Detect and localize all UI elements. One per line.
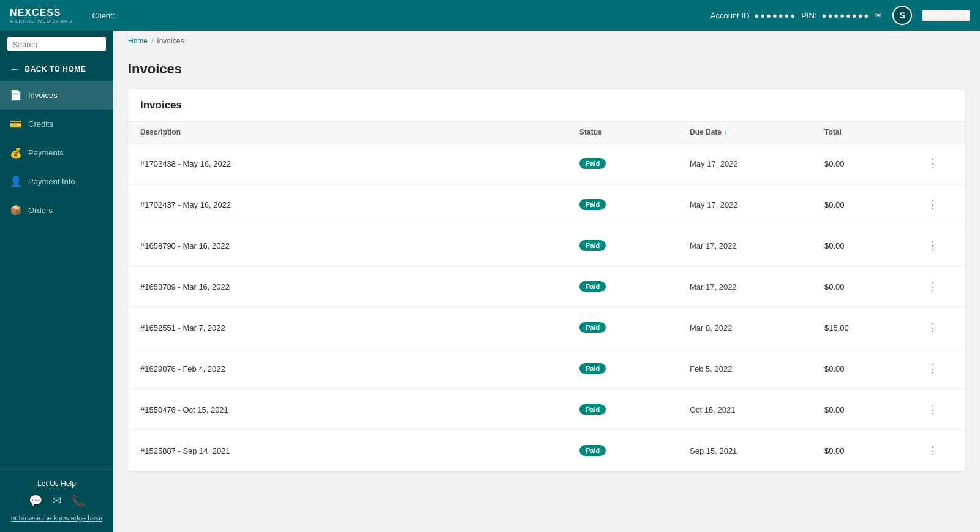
invoice-total: $0.00 — [824, 446, 922, 455]
sidebar-item-payment-info[interactable]: 👤 Payment Info — [0, 167, 113, 196]
invoice-actions: ⋮ — [922, 236, 953, 255]
back-label: BACK TO HOME — [25, 65, 86, 73]
chat-icon[interactable]: 💬 — [29, 494, 42, 508]
invoice-actions: ⋮ — [922, 359, 953, 378]
header-actions — [922, 128, 953, 137]
toggle-visibility-icon[interactable]: 👁 — [875, 11, 883, 20]
search-container: 🔍 — [0, 31, 113, 58]
credit-icon: 💳 — [10, 118, 22, 130]
topnav-right: Account ID ●●●●●●● PIN: ●●●●●●●● 👁 S Use… — [710, 6, 970, 25]
user-icon: 👤 — [10, 176, 22, 187]
card-header: Invoices — [128, 89, 965, 122]
invoice-status: Paid — [579, 445, 690, 456]
header-total: Total — [824, 128, 922, 137]
more-options-button[interactable]: ⋮ — [922, 318, 943, 337]
email-icon[interactable]: ✉ — [52, 494, 61, 508]
search-input[interactable] — [12, 40, 115, 49]
help-section: Let Us Help 💬 ✉ 📞 or browse the knowledg… — [0, 469, 113, 532]
table-header: Description Status Due Date ↑ Total — [128, 122, 965, 143]
invoice-due-date: Sep 15, 2021 — [690, 446, 824, 455]
logo-sub: A LIQUID WEB BRAND — [10, 18, 72, 24]
header-due-date[interactable]: Due Date ↑ — [690, 128, 824, 137]
pin-label: PIN: — [801, 11, 816, 20]
status-badge: Paid — [579, 445, 606, 456]
status-badge: Paid — [579, 281, 606, 292]
invoice-actions: ⋮ — [922, 400, 953, 419]
invoice-status: Paid — [579, 322, 690, 333]
sidebar-nav: 📄 Invoices 💳 Credits 💰 Payments 👤 Paymen… — [0, 81, 113, 469]
back-to-home-button[interactable]: ← BACK TO HOME — [0, 58, 113, 81]
invoice-description: #1702438 - May 16, 2022 — [140, 159, 579, 168]
page-header: Invoices — [113, 51, 980, 89]
invoice-status: Paid — [579, 404, 690, 415]
header-status: Status — [579, 128, 690, 137]
invoices-card: Invoices Description Status Due Date ↑ T… — [128, 89, 965, 471]
sidebar-item-orders[interactable]: 📦 Orders — [0, 196, 113, 225]
main-content: Home / Invoices Invoices Invoices Descri… — [113, 31, 980, 532]
invoice-due-date: May 17, 2022 — [690, 159, 824, 168]
phone-icon[interactable]: 📞 — [71, 494, 85, 508]
status-badge: Paid — [579, 404, 606, 415]
table-row: #1525887 - Sep 14, 2021 Paid Sep 15, 202… — [128, 430, 965, 471]
invoice-actions: ⋮ — [922, 195, 953, 214]
more-options-button[interactable]: ⋮ — [922, 154, 943, 173]
status-badge: Paid — [579, 363, 606, 374]
table-row: #1658789 - Mar 16, 2022 Paid Mar 17, 202… — [128, 266, 965, 307]
invoice-total: $0.00 — [824, 159, 922, 168]
payments-icon: 💰 — [10, 147, 22, 159]
knowledge-base-link[interactable]: or browse the knowledge base — [11, 514, 102, 522]
page-title: Invoices — [128, 61, 965, 77]
invoice-due-date: May 17, 2022 — [690, 200, 824, 209]
user-menu-button[interactable]: User Menu ▾ — [922, 10, 970, 21]
back-arrow-icon: ← — [10, 64, 20, 75]
invoice-status: Paid — [579, 240, 690, 251]
account-id-label: Account ID — [710, 11, 750, 20]
more-options-button[interactable]: ⋮ — [922, 359, 943, 378]
table-row: #1550476 - Oct 15, 2021 Paid Oct 16, 202… — [128, 389, 965, 430]
table-row: #1702438 - May 16, 2022 Paid May 17, 202… — [128, 143, 965, 184]
invoice-due-date: Mar 8, 2022 — [690, 323, 824, 332]
table-row: #1702437 - May 16, 2022 Paid May 17, 202… — [128, 184, 965, 225]
account-info: Account ID ●●●●●●● PIN: ●●●●●●●● 👁 — [710, 11, 883, 20]
status-badge: Paid — [579, 199, 606, 210]
more-options-button[interactable]: ⋮ — [922, 236, 943, 255]
breadcrumb-home[interactable]: Home — [128, 37, 148, 45]
logo-brand: NEXCESS — [10, 7, 72, 18]
invoice-actions: ⋮ — [922, 277, 953, 296]
status-badge: Paid — [579, 158, 606, 169]
invoice-status: Paid — [579, 363, 690, 374]
layout: 🔍 ← BACK TO HOME 📄 Invoices 💳 Credits 💰 … — [0, 31, 980, 532]
invoice-description: #1525887 - Sep 14, 2021 — [140, 446, 579, 455]
table-row: #1652551 - Mar 7, 2022 Paid Mar 8, 2022 … — [128, 307, 965, 348]
invoice-total: $0.00 — [824, 282, 922, 291]
pin-dots: ●●●●●●●● — [822, 11, 870, 20]
table-row: #1658790 - Mar 16, 2022 Paid Mar 17, 202… — [128, 225, 965, 266]
sidebar-item-payments[interactable]: 💰 Payments — [0, 138, 113, 167]
invoice-description: #1550476 - Oct 15, 2021 — [140, 405, 579, 414]
topnav-left: NEXCESS A LIQUID WEB BRAND Client: — [10, 7, 115, 24]
invoice-table-body: #1702438 - May 16, 2022 Paid May 17, 202… — [128, 143, 965, 471]
invoice-due-date: Mar 17, 2022 — [690, 282, 824, 291]
invoice-actions: ⋮ — [922, 318, 953, 337]
account-id-dots: ●●●●●●● — [754, 11, 796, 20]
more-options-button[interactable]: ⋮ — [922, 195, 943, 214]
sidebar-item-credits[interactable]: 💳 Credits — [0, 110, 113, 138]
sidebar-item-label: Invoices — [28, 91, 58, 100]
invoice-actions: ⋮ — [922, 154, 953, 173]
invoice-due-date: Mar 17, 2022 — [690, 241, 824, 250]
more-options-button[interactable]: ⋮ — [922, 441, 943, 460]
breadcrumb-current: Invoices — [157, 37, 184, 45]
more-options-button[interactable]: ⋮ — [922, 400, 943, 419]
status-badge: Paid — [579, 240, 606, 251]
search-box[interactable]: 🔍 — [7, 37, 106, 51]
client-label: Client: — [92, 11, 115, 20]
invoice-description: #1652551 - Mar 7, 2022 — [140, 323, 579, 332]
invoice-total: $0.00 — [824, 405, 922, 414]
sort-icon: ↑ — [724, 129, 727, 136]
invoice-status: Paid — [579, 281, 690, 292]
more-options-button[interactable]: ⋮ — [922, 277, 943, 296]
table-row: #1629076 - Feb 4, 2022 Paid Feb 5, 2022 … — [128, 348, 965, 389]
sidebar-item-invoices[interactable]: 📄 Invoices — [0, 81, 113, 110]
invoice-total: $0.00 — [824, 241, 922, 250]
orders-icon: 📦 — [10, 204, 22, 216]
